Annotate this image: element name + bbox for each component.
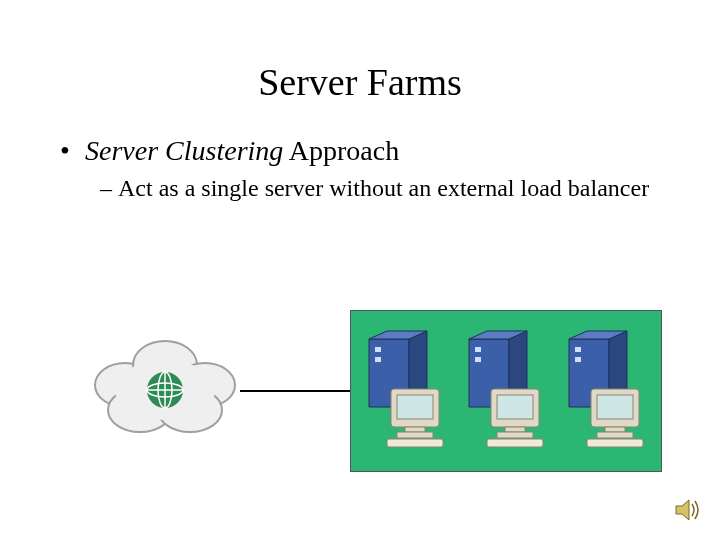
server-cluster-box [350,310,662,472]
sub-dash: – [100,175,118,203]
server-icon [461,329,551,449]
svg-rect-35 [575,357,581,362]
svg-rect-34 [575,347,581,352]
svg-rect-28 [505,427,525,432]
slide-title: Server Farms [0,60,720,104]
diagram [80,310,660,470]
svg-rect-14 [375,347,381,352]
svg-marker-41 [676,500,689,520]
svg-rect-19 [397,432,433,438]
svg-rect-39 [597,432,633,438]
svg-rect-25 [475,357,481,362]
bullet-rest: Approach [283,135,399,166]
svg-rect-27 [497,395,533,419]
server-icon [561,329,651,449]
svg-rect-17 [397,395,433,419]
bullet-italic: Server Clustering [85,135,283,166]
svg-rect-37 [597,395,633,419]
server-icon [361,329,451,449]
audio-speaker-icon[interactable] [674,498,702,522]
svg-rect-24 [475,347,481,352]
svg-rect-20 [387,439,443,447]
svg-rect-30 [487,439,543,447]
bullet-main: • Server Clustering Approach [60,135,399,167]
bullet-dot: • [60,135,78,167]
svg-rect-15 [375,357,381,362]
svg-rect-38 [605,427,625,432]
svg-rect-18 [405,427,425,432]
bullet-sub: –Act as a single server without an exter… [100,175,660,203]
sub-text: Act as a single server without an extern… [118,175,649,201]
slide: Server Farms • Server Clustering Approac… [0,0,720,540]
svg-rect-40 [587,439,643,447]
svg-rect-29 [497,432,533,438]
internet-cloud-icon [80,330,250,450]
network-link [240,390,355,392]
